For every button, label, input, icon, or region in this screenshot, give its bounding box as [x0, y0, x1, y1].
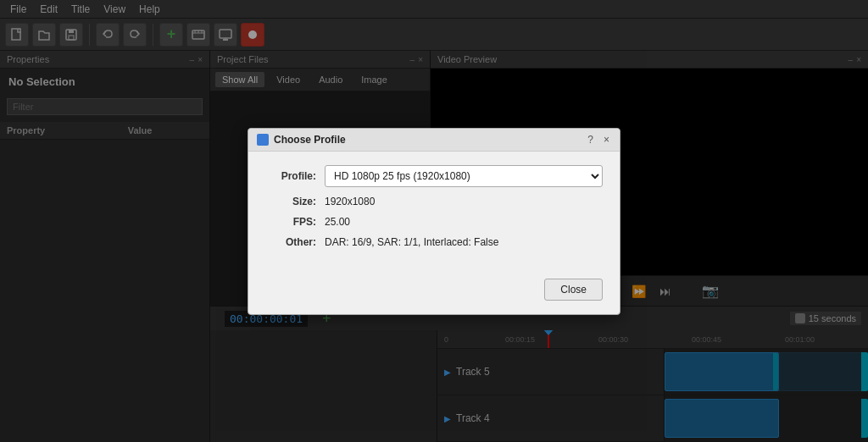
modal-size-label: Size: — [265, 196, 316, 207]
modal-other-row: Other: DAR: 16/9, SAR: 1/1, Interlaced: … — [265, 236, 603, 248]
modal-profile-select[interactable]: HD 1080p 25 fps (1920x1080) — [325, 165, 603, 187]
modal-fps-label: FPS: — [265, 216, 316, 228]
modal-fps-value: 25.00 — [325, 216, 350, 228]
modal-other-value: DAR: 16/9, SAR: 1/1, Interlaced: False — [325, 236, 498, 248]
modal-titlebar: Choose Profile ? × — [248, 129, 620, 152]
modal-overlay: Choose Profile ? × Profile: HD 1080p 25 … — [0, 0, 868, 442]
modal-title-left: Choose Profile — [257, 134, 346, 146]
modal-fps-row: FPS: 25.00 — [265, 216, 603, 228]
modal-title-text: Choose Profile — [274, 134, 346, 146]
modal-help-button[interactable]: ? — [586, 134, 595, 146]
modal-title-icon — [257, 134, 269, 146]
modal-other-label: Other: — [265, 236, 316, 248]
modal-size-value: 1920x1080 — [325, 196, 375, 207]
modal-close-btn[interactable]: Close — [544, 279, 603, 301]
choose-profile-dialog: Choose Profile ? × Profile: HD 1080p 25 … — [248, 128, 620, 315]
modal-size-row: Size: 1920x1080 — [265, 196, 603, 207]
modal-profile-row: Profile: HD 1080p 25 fps (1920x1080) — [265, 165, 603, 187]
modal-body: Profile: HD 1080p 25 fps (1920x1080) Siz… — [248, 152, 620, 270]
modal-profile-label: Profile: — [265, 170, 316, 182]
modal-footer: Close — [248, 270, 620, 314]
modal-titlebar-buttons: ? × — [586, 134, 611, 146]
modal-close-button[interactable]: × — [602, 134, 611, 146]
